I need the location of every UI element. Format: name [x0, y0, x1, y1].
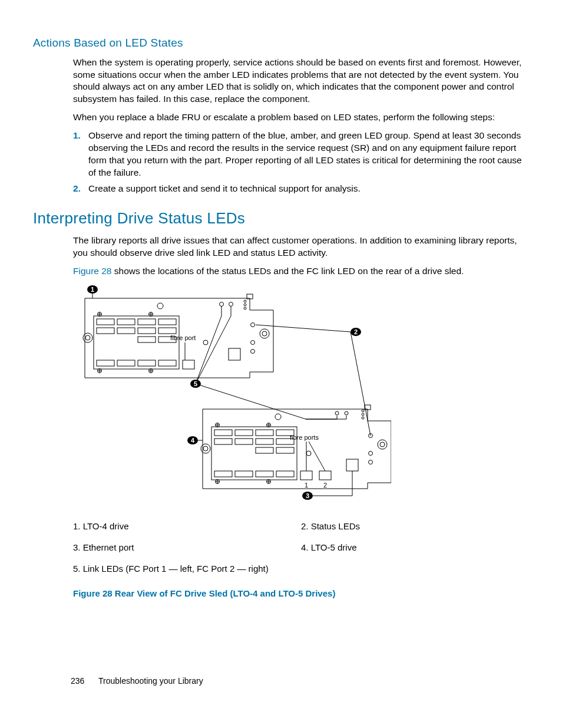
- legend-item-1: 1. LTO-4 drive: [73, 521, 301, 532]
- svg-line-58: [256, 325, 351, 332]
- svg-line-106: [309, 442, 325, 471]
- svg-point-28: [157, 303, 163, 309]
- callout-4: 4: [191, 437, 195, 444]
- svg-rect-7: [117, 328, 135, 334]
- fibre-port-label-top: fibre port: [170, 334, 196, 341]
- section-heading-actions: Actions Based on LED States: [33, 35, 529, 51]
- svg-point-102: [306, 451, 311, 456]
- svg-point-90: [345, 411, 348, 415]
- fibre-ports-label-bottom: fibre ports: [290, 434, 319, 441]
- svg-rect-5: [158, 319, 176, 325]
- svg-point-39: [251, 340, 255, 344]
- svg-rect-9: [158, 328, 176, 334]
- svg-rect-68: [256, 439, 273, 444]
- steps-list: 1. Observe and report the timing pattern…: [73, 130, 529, 195]
- svg-rect-104: [319, 471, 331, 480]
- figure-caption: Figure 28 Rear View of FC Drive Sled (LT…: [73, 588, 529, 599]
- svg-rect-103: [300, 471, 312, 480]
- svg-rect-73: [235, 471, 253, 477]
- svg-rect-101: [346, 459, 358, 471]
- step-2-number: 2.: [73, 183, 81, 195]
- section-heading-interpreting: Interpreting Drive Status LEDs: [33, 208, 529, 229]
- svg-rect-14: [138, 360, 156, 366]
- svg-rect-3: [117, 319, 135, 325]
- step-2-text: Create a support ticket and send it to t…: [88, 183, 361, 193]
- step-1-number: 1.: [73, 130, 81, 142]
- svg-point-91: [362, 410, 364, 412]
- section2-para1: The library reports all drive issues tha…: [73, 235, 529, 259]
- legend-item-5: 5. Link LEDs (FC Port 1 — left, FC Port …: [73, 563, 529, 575]
- svg-point-37: [262, 331, 267, 336]
- svg-point-100: [369, 460, 373, 464]
- svg-rect-75: [276, 471, 294, 477]
- svg-rect-71: [276, 447, 294, 453]
- svg-rect-70: [256, 447, 273, 453]
- section2-para2-rest: shows the locations of the status LEDs a…: [111, 266, 464, 276]
- svg-point-36: [260, 329, 269, 338]
- svg-rect-4: [138, 319, 156, 325]
- svg-rect-63: [235, 430, 253, 436]
- svg-rect-2: [97, 319, 114, 325]
- svg-rect-12: [97, 360, 114, 366]
- svg-line-49: [196, 384, 306, 419]
- svg-rect-10: [138, 337, 156, 342]
- page-number: 236: [71, 676, 84, 686]
- step-1: 1. Observe and report the timing pattern…: [73, 130, 529, 179]
- svg-rect-72: [214, 471, 232, 477]
- drive-sled-diagram: fibre port 1 5 2: [73, 284, 391, 508]
- callout-5: 5: [194, 380, 197, 387]
- callout-2: 2: [354, 328, 358, 335]
- svg-rect-6: [97, 328, 114, 334]
- svg-point-99: [369, 451, 373, 455]
- svg-point-42: [203, 340, 208, 345]
- callout-1: 1: [91, 286, 94, 293]
- svg-point-33: [244, 307, 246, 309]
- port-2-label: 2: [323, 482, 327, 489]
- svg-line-47: [196, 316, 222, 384]
- svg-point-95: [203, 446, 208, 451]
- svg-rect-44: [183, 360, 194, 369]
- section1-para1: When the system is operating properly, s…: [73, 57, 529, 106]
- legend-item-2: 2. Status LEDs: [301, 521, 529, 532]
- svg-point-34: [83, 333, 92, 342]
- step-2: 2. Create a support ticket and send it t…: [73, 183, 529, 195]
- svg-rect-67: [235, 439, 253, 444]
- svg-rect-74: [256, 471, 273, 477]
- svg-rect-15: [158, 360, 176, 366]
- legend-item-4: 4. LTO-5 drive: [301, 542, 529, 554]
- svg-point-97: [380, 442, 385, 447]
- legend-item-3: 3. Ethernet port: [73, 542, 301, 554]
- figure-legend: 1. LTO-4 drive 2. Status LEDs 3. Etherne…: [73, 521, 529, 575]
- svg-rect-64: [256, 430, 273, 436]
- svg-point-31: [244, 300, 246, 302]
- svg-point-93: [362, 417, 364, 419]
- svg-point-94: [201, 444, 210, 453]
- svg-point-40: [251, 349, 255, 353]
- svg-point-38: [251, 322, 255, 327]
- footer-title: Troubleshooting your Library: [98, 676, 203, 686]
- callout-3: 3: [306, 492, 309, 499]
- svg-point-29: [220, 302, 224, 306]
- svg-rect-8: [138, 328, 156, 334]
- svg-point-88: [275, 414, 281, 420]
- svg-point-89: [335, 411, 339, 415]
- figure-reference-link[interactable]: Figure 28: [73, 266, 111, 276]
- port-1-label: 1: [305, 482, 308, 489]
- svg-point-30: [229, 302, 233, 306]
- page-footer: 236 Troubleshooting your Library: [71, 676, 203, 687]
- section2-para2: Figure 28 shows the locations of the sta…: [73, 265, 529, 278]
- svg-point-35: [85, 335, 90, 340]
- svg-rect-41: [229, 348, 240, 360]
- section1-para2: When you replace a blade FRU or escalate…: [73, 111, 529, 124]
- svg-point-92: [362, 413, 364, 416]
- svg-rect-62: [214, 430, 232, 436]
- step-1-text: Observe and report the timing pattern of…: [88, 130, 522, 177]
- svg-rect-13: [117, 360, 135, 366]
- svg-line-48: [196, 316, 231, 384]
- svg-point-96: [378, 440, 387, 449]
- svg-rect-66: [214, 439, 232, 444]
- svg-point-32: [244, 304, 246, 306]
